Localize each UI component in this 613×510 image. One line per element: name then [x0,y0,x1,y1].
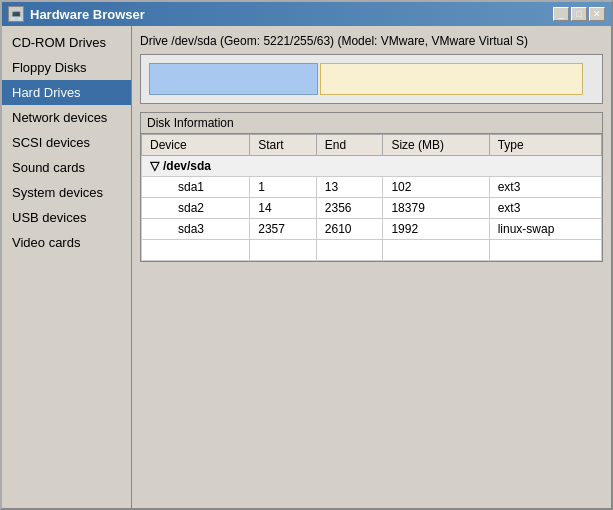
start-sda3: 2357 [250,219,317,240]
sidebar-item-cd-rom[interactable]: CD-ROM Drives [2,30,131,55]
size-sda1: 102 [383,177,489,198]
disk-visual [140,54,603,104]
table-row-sda1[interactable]: sda1 1 13 102 ext3 [142,177,602,198]
main-panel: Drive /dev/sda (Geom: 5221/255/63) (Mode… [132,26,611,508]
close-button[interactable]: ✕ [589,7,605,21]
sidebar-item-network[interactable]: Network devices [2,105,131,130]
minimize-button[interactable]: _ [553,7,569,21]
device-sda2: sda2 [142,198,250,219]
col-size: Size (MB) [383,135,489,156]
group-row-sda: ▽/dev/sda [142,156,602,177]
start-sda4: 2611 [250,240,317,261]
title-bar-left: 💻 Hardware Browser [8,6,145,22]
device-sda3: sda3 [142,219,250,240]
title-buttons: _ □ ✕ [553,7,605,21]
title-bar: 💻 Hardware Browser _ □ ✕ [2,2,611,26]
type-sda4: ext3 [489,240,601,261]
device-sda1: sda1 [142,177,250,198]
end-sda3: 2610 [316,219,383,240]
size-sda4: 20481 [383,240,489,261]
sidebar-item-sound[interactable]: Sound cards [2,155,131,180]
sidebar-item-hard-drives[interactable]: Hard Drives [2,80,131,105]
end-sda2: 2356 [316,198,383,219]
table-row-sda4[interactable]: sda4 2611 5221 20481 ext3 [142,240,602,261]
col-end: End [316,135,383,156]
sidebar-item-floppy[interactable]: Floppy Disks [2,55,131,80]
end-sda1: 13 [316,177,383,198]
col-device: Device [142,135,250,156]
drive-info-text: Drive /dev/sda (Geom: 5221/255/63) (Mode… [140,34,603,48]
type-sda3: linux-swap [489,219,601,240]
start-sda1: 1 [250,177,317,198]
disk-segment-blue [149,63,318,95]
disk-info-section: Disk Information Device Start End Size (… [140,112,603,262]
maximize-button[interactable]: □ [571,7,587,21]
disk-info-header: Disk Information [141,113,602,134]
hardware-browser-window: 💻 Hardware Browser _ □ ✕ CD-ROM Drives F… [0,0,613,510]
disk-table: Device Start End Size (MB) Type ▽/dev/sd… [141,134,602,261]
size-sda2: 18379 [383,198,489,219]
col-type: Type [489,135,601,156]
size-sda3: 1992 [383,219,489,240]
sidebar-item-system[interactable]: System devices [2,180,131,205]
sidebar-item-scsi[interactable]: SCSI devices [2,130,131,155]
expand-icon[interactable]: ▽ [150,159,159,173]
sidebar-item-usb[interactable]: USB devices [2,205,131,230]
window-icon: 💻 [8,6,24,22]
sidebar-item-video[interactable]: Video cards [2,230,131,255]
device-sda4: sda4 [142,240,250,261]
start-sda2: 14 [250,198,317,219]
type-sda2: ext3 [489,198,601,219]
table-row-sda3[interactable]: sda3 2357 2610 1992 linux-swap [142,219,602,240]
group-label: ▽/dev/sda [142,156,602,177]
table-row-sda2[interactable]: sda2 14 2356 18379 ext3 [142,198,602,219]
window-title: Hardware Browser [30,7,145,22]
sidebar: CD-ROM Drives Floppy Disks Hard Drives N… [2,26,132,508]
disk-segment-yellow [320,63,583,95]
type-sda1: ext3 [489,177,601,198]
content-area: CD-ROM Drives Floppy Disks Hard Drives N… [2,26,611,508]
end-sda4: 5221 [316,240,383,261]
table-header-row: Device Start End Size (MB) Type [142,135,602,156]
col-start: Start [250,135,317,156]
